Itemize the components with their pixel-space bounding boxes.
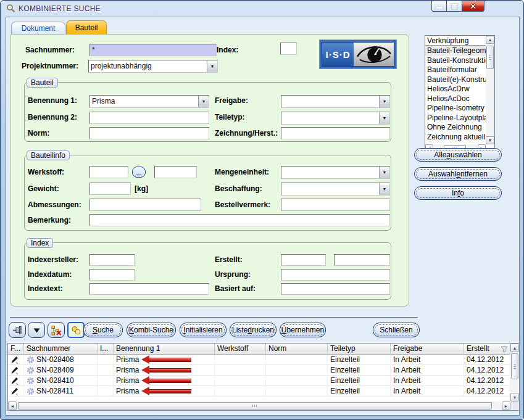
column-header-benennung1[interactable]: Benennung 1 bbox=[114, 344, 215, 355]
pin-button[interactable] bbox=[9, 322, 26, 338]
scroll-left-icon[interactable]: ◄ bbox=[8, 401, 17, 410]
zeichnung-herst-input[interactable] bbox=[281, 127, 390, 139]
scrollbar-thumb[interactable] bbox=[18, 402, 492, 410]
scroll-up-icon[interactable]: ▲ bbox=[486, 36, 494, 44]
maximize-button[interactable] bbox=[446, 1, 462, 12]
list-item[interactable]: Bauteilformular bbox=[425, 65, 486, 75]
column-header-f[interactable]: F... bbox=[8, 344, 24, 355]
tab-dokument[interactable]: Dokument bbox=[11, 22, 65, 34]
uebernehmen-button[interactable]: Übernehmen bbox=[280, 323, 326, 337]
gewicht-input[interactable] bbox=[89, 183, 131, 195]
freigabe-select[interactable]: ▼ bbox=[281, 95, 390, 108]
table-row[interactable]: SN-028408 Prisma Einzelteil In Arbeit 04… bbox=[8, 355, 510, 365]
projektnummer-select[interactable]: projektunabhängig ▼ bbox=[88, 60, 218, 73]
minimize-button[interactable] bbox=[431, 1, 447, 12]
initialisieren-button[interactable]: Initialisieren bbox=[180, 323, 227, 337]
column-header-freigabe[interactable]: Freigabe bbox=[391, 344, 464, 355]
table-horizontal-scrollbar[interactable]: ◄ ► bbox=[8, 401, 510, 410]
basiert-auf-input[interactable] bbox=[281, 283, 390, 295]
basiert-auf-label: Basiert auf: bbox=[215, 282, 256, 295]
erstellt-input-2[interactable] bbox=[334, 254, 390, 266]
table-vertical-scrollbar[interactable]: ▲ ▼ bbox=[510, 344, 519, 401]
beschaffung-select[interactable]: ▼ bbox=[281, 183, 390, 196]
column-header-teiletyp[interactable]: Teiletyp bbox=[328, 344, 391, 355]
tab-bauteil[interactable]: Bauteil bbox=[66, 20, 107, 34]
liste-drucken-button[interactable]: Liste drucken bbox=[230, 323, 277, 337]
structure-delete-button[interactable] bbox=[48, 322, 65, 338]
benennung1-label: Benennung 1: bbox=[28, 94, 77, 107]
schliessen-button[interactable]: Schließen bbox=[373, 323, 420, 337]
chevron-down-icon[interactable]: ▼ bbox=[379, 167, 389, 178]
teiletyp-select[interactable]: ▼ bbox=[281, 112, 390, 125]
close-icon bbox=[470, 3, 476, 9]
chevron-down-icon[interactable]: ▼ bbox=[207, 60, 217, 72]
teiletyp-cell: Einzelteil bbox=[328, 365, 391, 376]
column-header-norm[interactable]: Norm bbox=[266, 344, 328, 355]
benennung1-cell: Prisma bbox=[114, 386, 215, 397]
alle-auswaehlen-button[interactable]: Alle auswählen bbox=[414, 148, 502, 162]
erstellt-input-1[interactable] bbox=[281, 254, 326, 266]
werkstoff-browse-button[interactable]: ... bbox=[132, 167, 146, 178]
scroll-down-icon[interactable]: ▼ bbox=[486, 136, 494, 144]
benennung2-input[interactable] bbox=[89, 112, 209, 124]
info-button[interactable]: Info bbox=[414, 186, 502, 200]
teiletyp-cell: Einzelteil bbox=[328, 355, 391, 365]
table-row[interactable]: SN-028410 Prisma Einzelteil In Arbeit 04… bbox=[8, 376, 510, 386]
list-item[interactable]: Ohne Zeichnung bbox=[425, 123, 486, 133]
indexersteller-input[interactable] bbox=[89, 254, 135, 266]
list-item[interactable]: Bauteil(e)-Konstruktion bbox=[425, 75, 486, 85]
annotation-arrow bbox=[149, 379, 191, 383]
expand-results-button[interactable] bbox=[28, 322, 45, 338]
list-item[interactable]: HeliosAcDrw bbox=[425, 84, 486, 94]
mengeneinheit-select[interactable]: ▼ bbox=[281, 166, 390, 179]
list-item[interactable]: HeliosAcDoc bbox=[425, 94, 486, 104]
index-cell bbox=[98, 386, 114, 397]
norm-input[interactable] bbox=[89, 127, 209, 139]
table-row[interactable]: SN-028409 Prisma Einzelteil In Arbeit 04… bbox=[8, 365, 510, 376]
list-item[interactable]: Pipeline-Isometry bbox=[425, 104, 486, 113]
chevron-down-icon[interactable]: ▼ bbox=[379, 183, 389, 195]
list-item[interactable]: Zeichnung aktuell bbox=[425, 133, 486, 142]
gear-icon bbox=[27, 377, 35, 385]
auswahl-entfernen-button[interactable]: Auswahl entfernen bbox=[414, 167, 502, 181]
dialog-client-area: Dokument Bauteil Sachnummer: Index: I·S·… bbox=[6, 17, 520, 416]
column-header-sachnummer[interactable]: Sachnummer bbox=[24, 344, 98, 355]
ursprung-input[interactable] bbox=[281, 269, 390, 281]
parts-selection-button[interactable] bbox=[67, 322, 85, 338]
column-header-i[interactable]: I... bbox=[98, 344, 114, 355]
scroll-up-icon[interactable]: ▲ bbox=[510, 344, 519, 352]
werkstoff-input-2[interactable] bbox=[154, 166, 197, 178]
kombi-suche-button[interactable]: Kombi-Suche bbox=[127, 323, 176, 337]
indextext-input[interactable] bbox=[89, 283, 209, 295]
column-header-werkstoff[interactable]: Werkstoff bbox=[215, 344, 266, 355]
table-row[interactable]: SN-028411 Prisma Einzelteil In Arbeit 04… bbox=[8, 386, 510, 397]
chevron-down-icon[interactable]: ▼ bbox=[198, 96, 209, 107]
list-item[interactable]: Bauteil-Teilegeometrie bbox=[425, 46, 486, 56]
abmessungen-input[interactable] bbox=[89, 199, 201, 211]
sachnummer-input[interactable] bbox=[89, 44, 217, 56]
list-item[interactable]: Bauteil-Konstruktion bbox=[425, 56, 486, 66]
annotation-arrow bbox=[149, 358, 191, 362]
index-input[interactable] bbox=[280, 43, 297, 55]
bemerkung-input[interactable] bbox=[89, 214, 390, 226]
chevron-down-icon[interactable]: ▼ bbox=[379, 96, 389, 107]
column-header-erstellt[interactable]: Erstellt bbox=[464, 344, 510, 355]
scroll-right-icon[interactable]: ► bbox=[502, 401, 510, 410]
benennung1-select[interactable]: Prisma ▼ bbox=[89, 95, 209, 108]
indexdatum-input[interactable] bbox=[89, 269, 135, 281]
werkstoff-input[interactable] bbox=[89, 166, 128, 178]
chevron-down-icon[interactable]: ▼ bbox=[379, 112, 389, 124]
titlebar[interactable]: KOMBINIERTE SUCHE bbox=[1, 1, 523, 17]
bestellvermerk-input[interactable] bbox=[281, 199, 390, 211]
close-button[interactable] bbox=[462, 1, 484, 12]
list-item[interactable]: Pipeline-Layoutplan bbox=[425, 113, 486, 123]
pen-icon bbox=[10, 356, 19, 364]
scrollbar-thumb[interactable] bbox=[486, 46, 494, 69]
listbox-vertical-scrollbar[interactable]: ▲ ▼ bbox=[486, 36, 494, 144]
suche-button[interactable]: Suche bbox=[83, 323, 123, 337]
sachnummer-cell: SN-028411 bbox=[24, 386, 98, 397]
scrollbar-thumb[interactable] bbox=[511, 353, 518, 379]
indexdatum-label: Indexdatum: bbox=[28, 268, 72, 281]
teiletyp-cell: Einzelteil bbox=[328, 376, 391, 386]
scroll-down-icon[interactable]: ▼ bbox=[510, 393, 519, 401]
